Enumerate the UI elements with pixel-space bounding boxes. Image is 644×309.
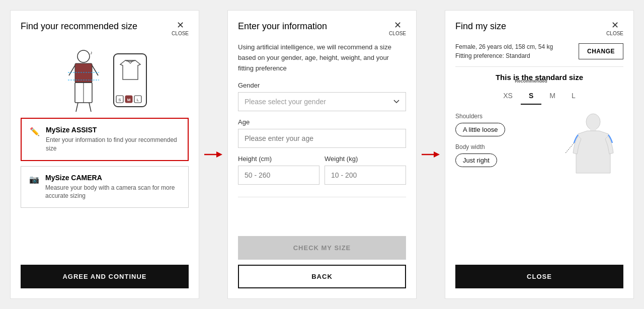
size-xs-label: XS [503, 92, 513, 100]
gender-group: Gender Please select your gender Female … [238, 82, 406, 111]
assist-option-content: MySize ASSIST Enter your information to … [46, 126, 180, 153]
svg-rect-2 [75, 63, 92, 83]
panel3-footer: CLOSE [455, 260, 623, 288]
size-s-label: S [529, 92, 533, 100]
check-size-button: CHECK MY SIZE [238, 236, 406, 260]
agree-continue-button[interactable]: AGREE AND CONTINUE [21, 265, 189, 288]
close-x3-icon: ✕ [611, 21, 619, 30]
camera-option-content: MySize CAMERA Measure your body with a c… [45, 174, 180, 201]
camera-desc: Measure your body with a camera scan for… [45, 184, 180, 201]
svg-point-0 [77, 50, 90, 62]
change-button[interactable]: CHANGE [579, 43, 623, 59]
close-x2-icon: ✕ [394, 21, 401, 30]
panel3-close-button[interactable]: CLOSE [455, 265, 623, 288]
body-width-fit-badge: Just right [455, 153, 497, 167]
shoulders-label: Shoulders [455, 113, 555, 120]
panel1-header: Find your recommended size ✕ CLOSE [21, 21, 189, 36]
panel2-footer: CHECK MY SIZE BACK [238, 231, 406, 288]
age-label: Age [238, 118, 406, 126]
assist-desc: Enter your information to find your reco… [46, 136, 180, 153]
svg-point-22 [586, 114, 600, 130]
weight-group: Weight (kg) [325, 155, 406, 185]
height-label: Height (cm) [238, 155, 319, 163]
panel3-close-top-button[interactable]: ✕ CLOSE [606, 21, 623, 36]
svg-line-10 [89, 103, 91, 112]
svg-line-9 [76, 103, 78, 112]
panel1-illustration: ♪ [21, 42, 189, 118]
shoulders-fit-badge: A little loose [455, 123, 505, 136]
gender-label: Gender [238, 82, 406, 89]
form-divider [238, 197, 406, 197]
panel3-close-top-label: CLOSE [606, 31, 623, 36]
fit-section: Shoulders A little loose Body width Just… [455, 113, 623, 193]
height-weight-row: Height (cm) Weight (kg) [238, 155, 406, 192]
user-info-bar: Female, 26 years old, 158 cm, 54 kgFitti… [455, 42, 623, 67]
panel-find-size: Find your recommended size ✕ CLOSE ♪ [10, 10, 199, 299]
size-tabs: XS Recommended S M L [455, 88, 623, 105]
svg-text:♪: ♪ [90, 50, 93, 55]
assist-title: MySize ASSIST [46, 126, 180, 134]
mysize-camera-option[interactable]: 📷 MySize CAMERA Measure your body with a… [21, 166, 189, 208]
size-tab-m[interactable]: M [541, 88, 564, 105]
app-container: Find your recommended size ✕ CLOSE ♪ [0, 0, 644, 309]
arrow1-container [203, 10, 223, 299]
camera-icon: 📷 [29, 175, 39, 184]
height-input[interactable] [238, 166, 319, 185]
panel2-close-button[interactable]: ✕ CLOSE [389, 21, 406, 36]
mysize-assist-option[interactable]: ✏️ MySize ASSIST Enter your information … [21, 118, 189, 161]
person-figure: ♪ [61, 47, 106, 113]
panel1-title: Find your recommended size [21, 21, 137, 32]
svg-marker-19 [216, 151, 222, 158]
mannequin-container [563, 113, 623, 193]
weight-input[interactable] [325, 166, 406, 185]
fit-details: Shoulders A little loose Body width Just… [455, 113, 555, 193]
panel1-footer: AGREE AND CONTINUE [21, 260, 189, 288]
age-input[interactable] [238, 129, 406, 148]
weight-label: Weight (kg) [325, 155, 406, 163]
close-x-icon: ✕ [177, 21, 184, 30]
panel2-header: Enter your information ✕ CLOSE [238, 21, 406, 36]
back-button[interactable]: BACK [238, 265, 406, 288]
svg-line-24 [566, 143, 574, 153]
panel2-close-label: CLOSE [389, 31, 406, 36]
size-tab-xs[interactable]: XS [495, 88, 521, 105]
size-m-label: M [549, 92, 555, 100]
phone-mockup: S M L [111, 51, 149, 109]
user-info-text: Female, 26 years old, 158 cm, 54 kgFitti… [455, 42, 553, 60]
pencil-icon: ✏️ [30, 127, 40, 136]
size-tab-s[interactable]: Recommended S [521, 88, 541, 105]
panel3-title: Find my size [455, 21, 506, 32]
panel-find-my-size: Find my size ✕ CLOSE Female, 26 years ol… [445, 10, 634, 299]
svg-marker-21 [434, 151, 440, 158]
mannequin-figure [563, 113, 623, 193]
user-details: Female, 26 years old, 158 cm, 54 kgFitti… [455, 43, 553, 59]
arrow1-icon [204, 149, 222, 160]
panel2-title: Enter your information [238, 21, 327, 32]
svg-text:L: L [136, 98, 139, 102]
panel-enter-info: Enter your information ✕ CLOSE Using art… [227, 10, 417, 299]
svg-line-4 [92, 65, 98, 75]
age-group: Age [238, 118, 406, 148]
svg-text:M: M [127, 98, 130, 102]
arrow2-container [421, 10, 441, 299]
svg-line-3 [69, 65, 75, 75]
size-l-label: L [572, 92, 576, 100]
panel1-close-button[interactable]: ✕ CLOSE [172, 21, 189, 36]
size-tab-l[interactable]: L [564, 88, 584, 105]
recommended-label: Recommended [515, 79, 547, 84]
svg-text:S: S [118, 98, 121, 102]
body-width-label: Body width [455, 143, 555, 150]
camera-title: MySize CAMERA [45, 174, 180, 182]
panel2-intro: Using artificial intelligence, we will r… [238, 42, 406, 73]
height-group: Height (cm) [238, 155, 319, 185]
panel1-close-label: CLOSE [172, 31, 189, 36]
gender-select[interactable]: Please select your gender Female Male [238, 92, 406, 111]
panel3-header: Find my size ✕ CLOSE [455, 21, 623, 36]
arrow2-icon [422, 149, 440, 160]
